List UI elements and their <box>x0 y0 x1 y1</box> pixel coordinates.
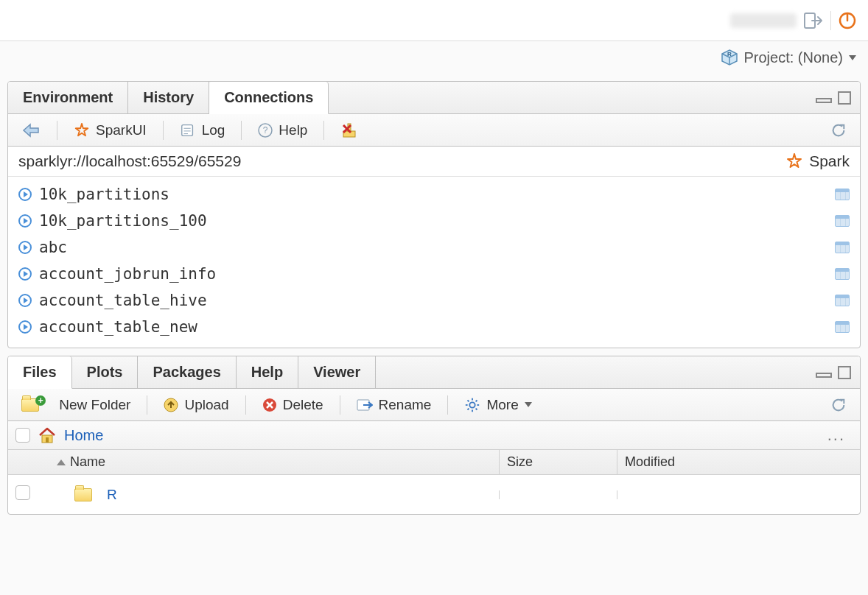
app-topbar <box>0 0 868 41</box>
expand-icon[interactable] <box>18 267 32 281</box>
help-button[interactable]: ? Help <box>251 119 315 141</box>
svg-rect-8 <box>181 124 192 135</box>
sparkui-label: SparkUI <box>96 122 147 138</box>
disconnect-icon <box>340 122 358 138</box>
svg-text:?: ? <box>263 125 268 135</box>
table-name-label: abc <box>39 239 67 256</box>
file-name[interactable]: R <box>107 487 117 503</box>
username-blurred <box>730 13 797 28</box>
connection-url: sparklyr://localhost:65529/65529 <box>18 152 241 170</box>
minimize-pane-icon[interactable] <box>816 93 832 103</box>
refresh-icon <box>830 397 847 413</box>
expand-icon[interactable] <box>18 188 32 201</box>
column-name[interactable]: Name <box>49 450 499 474</box>
table-row[interactable]: account_jobrun_info <box>8 261 860 287</box>
new-folder-label: New Folder <box>59 397 130 413</box>
upload-label: Upload <box>184 397 228 413</box>
help-label: Help <box>279 122 307 138</box>
files-toolbar: + New Folder Upload Delete Rename <box>8 389 860 421</box>
tab-help[interactable]: Help <box>237 356 298 388</box>
refresh-button[interactable] <box>823 119 854 141</box>
disconnect-button[interactable] <box>333 119 365 141</box>
refresh-button[interactable] <box>823 394 854 416</box>
breadcrumb-ellipsis[interactable]: ... <box>820 426 853 445</box>
preview-table-icon[interactable] <box>835 189 850 200</box>
expand-icon[interactable] <box>18 320 32 334</box>
gear-icon <box>464 397 480 413</box>
svg-text:R: R <box>727 51 732 57</box>
maximize-pane-icon[interactable] <box>838 366 851 379</box>
preview-table-icon[interactable] <box>835 321 850 333</box>
table-name-label: account_table_new <box>39 318 197 336</box>
svg-line-32 <box>468 408 469 409</box>
expand-icon[interactable] <box>18 294 32 307</box>
help-icon: ? <box>258 123 273 138</box>
rename-icon <box>357 398 373 412</box>
column-modified[interactable]: Modified <box>617 450 860 474</box>
delete-button[interactable]: Delete <box>255 394 331 416</box>
svg-rect-35 <box>46 437 49 443</box>
tab-files[interactable]: Files <box>8 356 72 389</box>
table-row[interactable]: 10k_partitions_100 <box>8 208 860 234</box>
back-button[interactable] <box>14 119 48 141</box>
preview-table-icon[interactable] <box>835 295 850 306</box>
maximize-pane-icon[interactable] <box>838 91 851 105</box>
table-name-label: account_jobrun_info <box>39 265 216 283</box>
file-rows: R <box>8 475 860 514</box>
expand-icon[interactable] <box>18 241 32 254</box>
tab-history[interactable]: History <box>128 82 209 113</box>
spark-brand-label: Spark <box>809 152 850 170</box>
tab-plots[interactable]: Plots <box>72 356 139 388</box>
files-panel: Files Plots Packages Help Viewer + New F… <box>7 356 861 515</box>
preview-table-icon[interactable] <box>835 268 850 280</box>
project-dropdown-icon[interactable] <box>849 55 856 60</box>
upload-button[interactable]: Upload <box>156 394 236 416</box>
table-row[interactable]: abc <box>8 234 860 261</box>
table-row[interactable]: account_table_hive <box>8 287 860 314</box>
tab-environment[interactable]: Environment <box>8 82 128 113</box>
rename-label: Rename <box>379 397 432 413</box>
table-name-label: 10k_partitions <box>39 186 169 203</box>
tab-packages[interactable]: Packages <box>138 356 236 388</box>
home-icon[interactable] <box>38 426 57 444</box>
log-button[interactable]: Log <box>172 119 233 141</box>
separator <box>830 11 831 30</box>
table-name-label: account_table_hive <box>39 292 207 309</box>
delete-icon <box>262 398 277 412</box>
expand-icon[interactable] <box>18 214 32 228</box>
delete-label: Delete <box>283 397 323 413</box>
spark-star-icon <box>785 152 803 170</box>
file-list-header: Name Size Modified <box>8 450 860 475</box>
rename-button[interactable]: Rename <box>349 394 439 416</box>
column-size[interactable]: Size <box>499 450 617 474</box>
sparkui-button[interactable]: SparkUI <box>66 119 154 141</box>
connections-panel: Environment History Connections SparkUI <box>7 81 861 348</box>
log-icon <box>180 122 196 138</box>
project-label[interactable]: Project: (None) <box>744 49 844 66</box>
preview-table-icon[interactable] <box>835 215 850 227</box>
log-label: Log <box>202 122 225 138</box>
minimize-pane-icon[interactable] <box>816 367 832 378</box>
rstudio-cube-icon: R <box>721 49 738 66</box>
tab-connections[interactable]: Connections <box>209 82 329 114</box>
column-size-label: Size <box>507 454 533 469</box>
file-row[interactable]: R <box>8 475 860 514</box>
power-icon[interactable] <box>839 12 856 29</box>
separator <box>241 121 242 140</box>
more-button[interactable]: More <box>457 394 539 416</box>
table-row[interactable]: 10k_partitions <box>8 181 860 208</box>
preview-table-icon[interactable] <box>835 242 850 253</box>
svg-rect-6 <box>816 99 831 102</box>
breadcrumb-home[interactable]: Home <box>64 427 103 444</box>
new-folder-button[interactable]: + New Folder <box>14 394 138 416</box>
refresh-icon <box>830 122 847 138</box>
chevron-down-icon <box>525 402 532 407</box>
row-checkbox[interactable] <box>15 485 30 500</box>
column-modified-label: Modified <box>625 454 675 469</box>
select-all-checkbox[interactable] <box>15 428 30 443</box>
table-row[interactable]: account_table_new <box>8 314 860 340</box>
connections-toolbar: SparkUI Log ? Help <box>8 114 860 147</box>
upload-icon <box>164 398 178 412</box>
logout-icon[interactable] <box>804 13 823 29</box>
tab-viewer[interactable]: Viewer <box>298 356 376 388</box>
